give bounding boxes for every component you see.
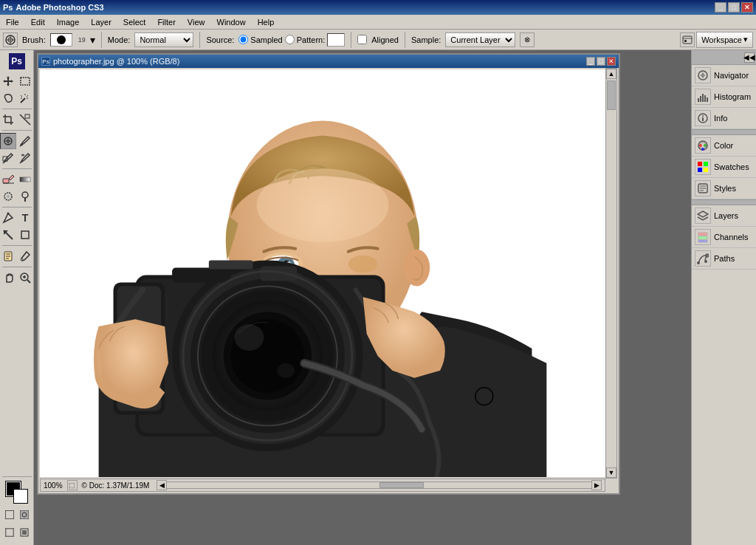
horizontal-scrollbar[interactable]: ◀ ▶ (157, 480, 602, 490)
svg-rect-6 (684, 40, 687, 42)
clone-stamp-tool[interactable] (0, 150, 16, 166)
dodge-tool[interactable] (17, 188, 33, 205)
scroll-track-h[interactable] (167, 481, 591, 489)
scroll-left-arrow[interactable]: ◀ (157, 480, 167, 490)
sample-select[interactable]: Current Layer All Layers (445, 32, 515, 47)
menu-file[interactable]: File (0, 16, 25, 28)
eraser-tool[interactable] (0, 171, 16, 188)
menu-view[interactable]: View (182, 16, 211, 28)
menu-help[interactable]: Help (252, 16, 281, 28)
panel-item-histogram[interactable]: Histogram (692, 86, 756, 108)
brush-tool[interactable] (17, 133, 33, 149)
panel-item-paths[interactable]: Paths (692, 248, 756, 270)
menu-filter[interactable]: Filter (151, 16, 181, 28)
document-title: photographer.jpg @ 100% (RGB/8) (53, 57, 179, 66)
zoom-tool[interactable] (17, 270, 33, 286)
gradient-tool[interactable] (17, 171, 33, 188)
scroll-down-arrow[interactable]: ▼ (606, 467, 616, 478)
source-sampled-label: Sampled (250, 35, 282, 44)
screen-mode-button[interactable] (3, 526, 16, 539)
aligned-checkbox[interactable] (357, 35, 367, 44)
left-toolbar: Ps (0, 50, 34, 545)
notes-tool[interactable] (0, 248, 16, 264)
shape-tool[interactable] (17, 227, 33, 243)
doc-minimize-button[interactable]: _ (586, 57, 595, 66)
pen-tool[interactable] (0, 210, 16, 226)
pattern-preview[interactable] (327, 33, 345, 47)
svg-rect-35 (21, 231, 29, 239)
maximize-button[interactable]: □ (728, 2, 740, 13)
workspace-button[interactable]: Workspace ▾ (696, 32, 753, 48)
lasso-tool[interactable] (0, 90, 16, 106)
blur-tool[interactable] (0, 188, 16, 205)
path-select-tool[interactable] (0, 227, 16, 243)
panel-collapse-button[interactable]: ◀◀ (744, 52, 755, 63)
source-sampled-radio[interactable] (238, 35, 248, 44)
svg-rect-87 (702, 94, 704, 102)
marquee-tool[interactable] (17, 73, 33, 89)
tool-preset-button[interactable] (680, 32, 695, 47)
panel-item-color[interactable]: Color (692, 135, 756, 157)
svg-rect-78 (172, 268, 231, 283)
close-button[interactable]: ✕ (741, 2, 753, 13)
menu-edit[interactable]: Edit (25, 16, 51, 28)
hand-tool[interactable] (0, 270, 16, 286)
cancel-button[interactable]: ⊗ (520, 32, 535, 47)
slice-tool[interactable] (17, 112, 33, 128)
menu-image[interactable]: Image (51, 16, 86, 28)
doc-maximize-button[interactable]: □ (597, 57, 605, 66)
panel-item-info[interactable]: Info (692, 108, 756, 129)
histogram-icon (695, 89, 711, 105)
healing-tool[interactable] (0, 133, 16, 149)
mode-select[interactable]: Normal Replace Multiply Screen (134, 32, 193, 47)
doc-close-button[interactable]: ✕ (607, 57, 616, 66)
crop-tool[interactable] (0, 112, 16, 128)
vertical-scrollbar[interactable]: ▲ ▼ (605, 68, 617, 479)
scroll-thumb-h[interactable] (379, 482, 424, 488)
quick-mask-indicator[interactable]: ⬚ (67, 480, 78, 490)
tool-row-lasso (0, 90, 33, 106)
histogram-label: Histogram (714, 92, 751, 101)
menu-layer[interactable]: Layer (85, 16, 117, 28)
source-label: Source: (206, 35, 234, 44)
source-pattern-label: Pattern: (297, 35, 326, 44)
panel-item-layers[interactable]: Layers (692, 205, 756, 227)
color-boxes[interactable] (6, 481, 28, 504)
brush-preview[interactable] (50, 33, 72, 47)
title-bar-buttons: _ □ ✕ (715, 2, 753, 13)
standard-mode-button[interactable] (3, 508, 16, 521)
panel-item-swatches[interactable]: Swatches (692, 157, 756, 178)
brush-dropdown-arrow[interactable]: ▾ (90, 34, 95, 46)
panel-item-navigator[interactable]: Navigator (692, 65, 756, 86)
change-screen-mode-button[interactable] (18, 526, 31, 539)
toolbar-sep-1 (2, 109, 32, 109)
move-tool[interactable] (0, 73, 16, 89)
doc-window-buttons: _ □ ✕ (586, 57, 616, 66)
panel-item-styles[interactable]: Styles (692, 178, 756, 199)
svg-rect-45 (5, 510, 14, 519)
svg-line-11 (27, 95, 28, 97)
source-pattern-radio[interactable] (285, 35, 295, 44)
scroll-right-arrow[interactable]: ▶ (591, 480, 602, 490)
menu-window[interactable]: Window (211, 16, 252, 28)
panel-divider-2 (692, 199, 756, 205)
background-color[interactable] (13, 489, 28, 504)
svg-rect-7 (21, 78, 30, 85)
scroll-thumb-v[interactable] (607, 80, 616, 110)
scroll-track-v[interactable] (605, 79, 617, 467)
eyedropper-tool[interactable] (17, 248, 33, 264)
quickmask-mode-button[interactable] (18, 508, 31, 521)
panel-item-channels[interactable]: Channels (692, 227, 756, 248)
separator-4 (405, 32, 405, 48)
magic-wand-tool[interactable] (17, 90, 33, 106)
svg-line-9 (21, 98, 25, 103)
title-bar: Ps Adobe Photoshop CS3 _ □ ✕ (0, 0, 756, 15)
text-tool[interactable]: T (17, 210, 33, 226)
history-brush-tool[interactable] (17, 150, 33, 166)
menu-select[interactable]: Select (117, 16, 152, 28)
scroll-up-arrow[interactable]: ▲ (606, 69, 616, 79)
document-status-bar: 100% ⬚ © Doc: 1.37M/1.19M ◀ ▶ (40, 479, 605, 492)
minimize-button[interactable]: _ (715, 2, 726, 13)
photo-canvas[interactable] (40, 69, 605, 477)
svg-point-34 (7, 213, 10, 215)
